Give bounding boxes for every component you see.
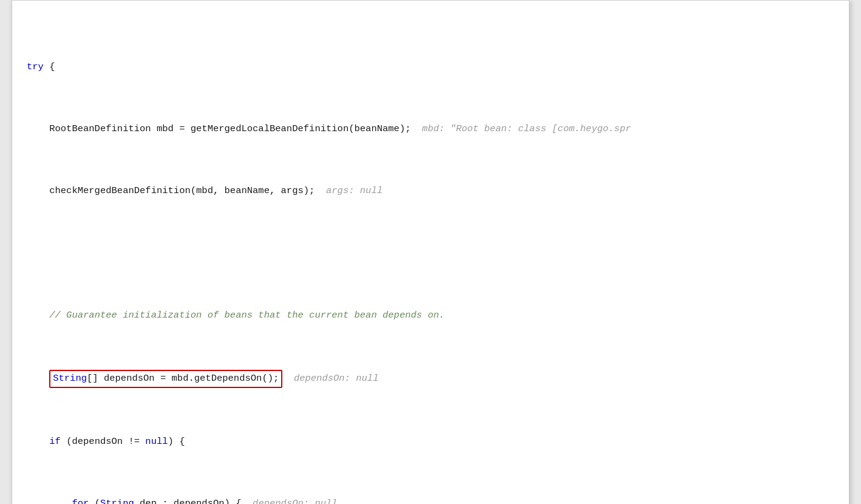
line-8: for (String dep : dependsOn) { dependsOn… (27, 496, 834, 504)
line-6-highlight: String[] dependsOn = mbd.getDependsOn();… (27, 370, 834, 388)
line-1: try { (27, 60, 834, 75)
line-4 (27, 245, 834, 261)
line-3: checkMergedBeanDefinition(mbd, beanName,… (27, 183, 834, 199)
code-block: try { RootBeanDefinition mbd = getMerged… (27, 13, 834, 504)
line-7: if (dependsOn != null) { (27, 434, 834, 450)
line-5-comment: // Guarantee initialization of beans tha… (27, 308, 834, 324)
code-window: try { RootBeanDefinition mbd = getMerged… (12, 0, 849, 504)
line-2: RootBeanDefinition mbd = getMergedLocalB… (27, 121, 834, 137)
